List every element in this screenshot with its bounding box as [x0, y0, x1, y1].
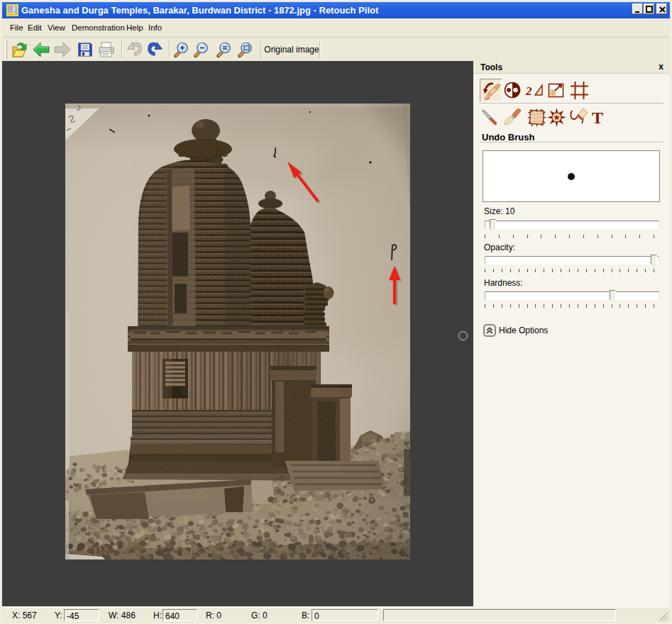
- svg-text:2: 2: [525, 84, 532, 98]
